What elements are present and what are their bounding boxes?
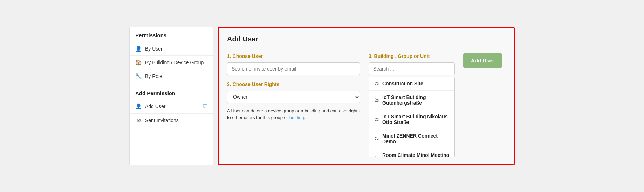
action-column: Add User — [463, 53, 505, 157]
building-list-item[interactable]: 🗂Construction Site — [369, 77, 454, 91]
building-folder-icon: 🗂 — [374, 97, 379, 103]
building-item-label: Construction Site — [382, 81, 423, 86]
left-column: 1. Choose User 2. Choose User Rights Own… — [227, 53, 360, 157]
building-list-item[interactable]: 🗂Room Climate Minol Meeting Rooms — [369, 148, 454, 157]
add-permission-title: Add Permission — [130, 85, 213, 100]
building-list-item[interactable]: 🗂IoT Smart Building Gutenbergstraße — [369, 91, 454, 110]
right-column: 3. Building , Group or Unit 🗂Constructio… — [369, 53, 455, 157]
envelope-icon: ✉ — [135, 117, 142, 124]
rights-description-link[interactable]: buiding. — [289, 115, 306, 120]
building-list-item[interactable]: 🗂IoT Smart Building Nikolaus Otto Straße — [369, 110, 454, 129]
sidebar-item-by-user[interactable]: 👤 By User — [130, 42, 213, 56]
building-folder-icon: 🗂 — [374, 155, 379, 157]
sidebar-item-label: By User — [145, 46, 163, 52]
permissions-title: Permissions — [130, 27, 213, 42]
building-item-label: IoT Smart Building Nikolaus Otto Straße — [382, 114, 450, 125]
step2-label: 2. Choose User Rights — [227, 81, 360, 87]
building-list-item[interactable]: 🗂Minol ZENNER Connect Demo — [369, 129, 454, 148]
building-item-label: IoT Smart Building Gutenbergstraße — [382, 94, 450, 106]
building-search-input[interactable] — [369, 62, 455, 75]
add-user-icon: 👤 — [135, 103, 142, 110]
sidebar-item-add-user[interactable]: 👤 Add User ☑ — [130, 100, 213, 114]
active-badge: ☑ — [203, 103, 207, 110]
sidebar: Permissions 👤 By User 🏠 By Building / De… — [129, 27, 213, 165]
building-item-label: Minol ZENNER Connect Demo — [382, 133, 450, 144]
building-folder-icon: 🗂 — [374, 117, 379, 122]
building-list: 🗂Construction Site🗂IoT Smart Building Gu… — [369, 77, 455, 157]
sidebar-item-label: By Role — [145, 73, 162, 79]
step3-label: 3. Building , Group or Unit — [369, 53, 455, 59]
sidebar-item-label: By Building / Device Group — [145, 60, 204, 65]
step1-label: 1. Choose User — [227, 53, 360, 59]
sidebar-item-label: Add User — [145, 104, 165, 109]
sidebar-item-by-role[interactable]: 🔧 By Role — [130, 69, 213, 83]
user-search-input[interactable] — [227, 62, 360, 75]
user-icon: 👤 — [135, 46, 142, 52]
sidebar-item-sent-invitations[interactable]: ✉ Sent Invitations — [130, 114, 213, 127]
building-icon: 🏠 — [135, 59, 142, 66]
sidebar-item-label: Sent Invitations — [145, 118, 179, 123]
page-title: Add User — [227, 35, 505, 47]
add-user-button[interactable]: Add User — [463, 53, 502, 68]
main-panel: Add User 1. Choose User 2. Choose User R… — [218, 27, 515, 165]
rights-description: A User can delete a device group or a bu… — [227, 107, 360, 121]
sidebar-item-by-building[interactable]: 🏠 By Building / Device Group — [130, 56, 213, 69]
rights-select[interactable]: Owner Admin User Viewer — [227, 91, 360, 103]
building-folder-icon: 🗂 — [374, 81, 379, 86]
building-item-label: Room Climate Minol Meeting Rooms — [382, 152, 450, 157]
building-folder-icon: 🗂 — [374, 136, 379, 141]
role-icon: 🔧 — [135, 73, 142, 79]
